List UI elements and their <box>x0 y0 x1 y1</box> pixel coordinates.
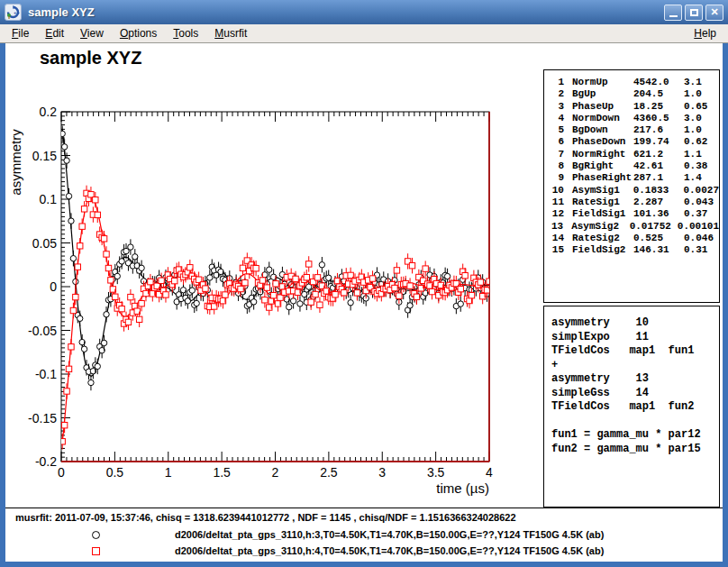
menu-item-view[interactable]: View <box>72 25 112 41</box>
menu-item-musrfit[interactable]: Musrfit <box>206 25 255 41</box>
param-row: 9PhaseRight287.11.4 <box>544 172 719 184</box>
svg-text:1: 1 <box>165 465 172 480</box>
menu-bar: FileEditViewOptionsToolsMusrfit Help <box>0 24 728 43</box>
menu-item-edit[interactable]: Edit <box>37 25 72 41</box>
param-row: 7NormRight621.21.1 <box>544 149 719 160</box>
close-button[interactable]: ✕ <box>705 5 723 21</box>
svg-text:asymmetry: asymmetry <box>8 129 23 196</box>
pad-divider <box>5 508 723 508</box>
svg-text:2: 2 <box>272 465 279 480</box>
param-row: 6PhaseDown199.740.62 <box>544 136 719 148</box>
param-row: 1NormUp4542.03.1 <box>544 77 719 88</box>
menu-items: FileEditViewOptionsToolsMusrfit <box>4 25 255 41</box>
svg-text:-0.2: -0.2 <box>35 454 57 469</box>
svg-text:1.5: 1.5 <box>213 465 231 480</box>
param-row: 5BgDown217.61.0 <box>544 124 719 136</box>
menu-item-tools[interactable]: Tools <box>165 25 206 41</box>
svg-text:3.5: 3.5 <box>427 465 445 480</box>
svg-text:2.5: 2.5 <box>320 465 338 480</box>
svg-text:0: 0 <box>50 279 57 294</box>
param-row: 12FieldSig1101.360.37 <box>544 208 719 220</box>
theory-box: asymmetry 10 simplExpo 11 TFieldCos map1… <box>543 306 720 508</box>
svg-text:++: ++ <box>14 10 20 15</box>
svg-text:0.2: 0.2 <box>40 105 58 119</box>
param-row: 2BgUp204.51.0 <box>544 88 719 100</box>
svg-text:4: 4 <box>486 465 493 480</box>
maximize-icon <box>690 9 698 16</box>
asymmetry-plot[interactable]: 00.511.522.533.540.20.150.10.050-0.05-0.… <box>5 43 541 508</box>
close-icon: ✕ <box>710 7 718 17</box>
param-row: 10AsymSig10.18330.0027 <box>544 185 719 197</box>
svg-text:-0.05: -0.05 <box>28 324 57 338</box>
app-window: ++ sample XYZ ✕ FileEditViewOptionsTools… <box>0 0 728 567</box>
svg-text:0.05: 0.05 <box>32 236 57 251</box>
svg-text:0.1: 0.1 <box>40 192 58 206</box>
svg-text:-0.15: -0.15 <box>28 411 57 425</box>
param-row: 13AsymSig20.017520.00101 <box>544 221 719 233</box>
window-title: sample XYZ <box>28 5 661 19</box>
root-canvas: sample XYZ 00.511.522.533.540.20.150.10.… <box>5 43 723 562</box>
legend-label: d2006/deltat_pta_gps_3110,h:3,T0=4.50K,T… <box>175 529 604 540</box>
legend-entry-1: d2006/deltat_pta_gps_3110,h:3,T0=4.50K,T… <box>5 529 723 542</box>
menu-help[interactable]: Help <box>686 25 724 41</box>
svg-text:3: 3 <box>378 465 386 480</box>
svg-text:0: 0 <box>58 465 65 480</box>
minimize-button[interactable] <box>664 5 682 21</box>
svg-text:-0.1: -0.1 <box>35 367 57 381</box>
param-row: 4NormDown4360.53.0 <box>544 113 719 124</box>
maximize-button[interactable] <box>685 5 703 21</box>
svg-text:time (µs): time (µs) <box>436 480 489 496</box>
param-row: 3PhaseUp18.250.65 <box>544 101 719 113</box>
svg-text:0.15: 0.15 <box>32 149 57 163</box>
svg-text:0.5: 0.5 <box>106 465 124 480</box>
param-row: 8BgRight42.610.38 <box>544 160 719 172</box>
minimize-icon <box>669 15 678 17</box>
param-row: 14RateSig20.5250.046 <box>544 233 719 244</box>
menu-item-file[interactable]: File <box>4 25 37 41</box>
root-logo-icon: ++ <box>5 4 22 21</box>
fit-status-line: musrfit: 2011-07-09, 15:37:46, chisq = 1… <box>15 512 516 523</box>
param-row: 15FieldSig2146.310.31 <box>544 244 719 256</box>
circle-marker-icon <box>92 531 100 539</box>
fit-parameter-table: 1NormUp4542.03.12BgUp204.51.03PhaseUp18.… <box>543 69 720 303</box>
square-marker-icon <box>92 547 100 555</box>
title-bar[interactable]: ++ sample XYZ ✕ <box>0 0 728 24</box>
param-row: 11RateSig12.2870.043 <box>544 197 719 208</box>
menu-item-options[interactable]: Options <box>112 25 165 41</box>
legend-entry-2: d2006/deltat_pta_gps_3110,h:4,T0=4.50K,T… <box>5 545 723 558</box>
theory-text: asymmetry 10 simplExpo 11 TFieldCos map1… <box>544 306 719 466</box>
legend-label: d2006/deltat_pta_gps_3110,h:4,T0=4.50K,T… <box>175 545 604 556</box>
